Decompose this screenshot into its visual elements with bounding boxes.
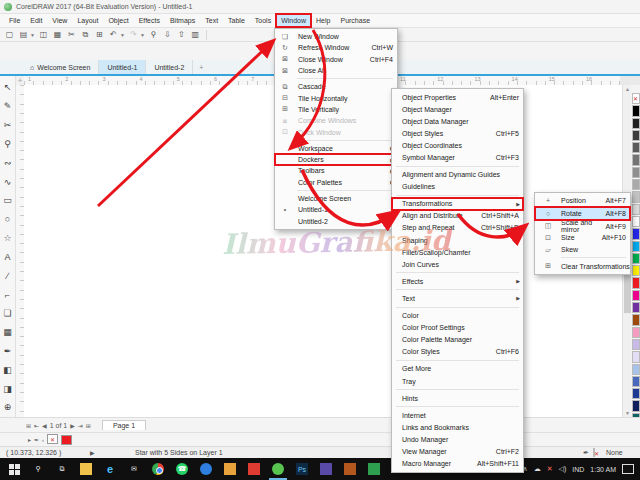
new-document-icon[interactable]: ▢ bbox=[4, 29, 15, 40]
menu-item-close-all[interactable]: ⊠Close All bbox=[275, 65, 397, 76]
menu-item-bitmaps[interactable]: Bitmaps bbox=[165, 14, 200, 27]
shape-tool[interactable]: ✎ bbox=[1, 97, 15, 116]
menu-item-file[interactable]: File bbox=[4, 14, 25, 27]
menu-item-color[interactable]: Color bbox=[392, 310, 523, 322]
search-icon[interactable]: ⚲ bbox=[26, 458, 50, 480]
chrome-icon[interactable] bbox=[146, 458, 170, 480]
color-swatch[interactable] bbox=[632, 118, 640, 129]
open-icon-caret[interactable]: ▼ bbox=[30, 32, 35, 38]
color-swatch[interactable] bbox=[632, 388, 640, 399]
crop-tool[interactable]: ✂ bbox=[1, 116, 15, 135]
undo-icon[interactable]: ↶ bbox=[108, 29, 119, 40]
freehand-tool[interactable]: ∾ bbox=[1, 153, 15, 172]
docpal-expand-icon[interactable]: ▸ bbox=[28, 436, 31, 443]
color-swatch[interactable] bbox=[632, 314, 640, 325]
menu-item-scale-and-mirror[interactable]: ◫Scale and mirrorAlt+F9 bbox=[535, 220, 630, 232]
menu-item-table[interactable]: Table bbox=[223, 14, 250, 27]
import-icon[interactable]: ⇩ bbox=[162, 29, 173, 40]
color-swatch[interactable] bbox=[632, 154, 640, 165]
menu-item-color-styles[interactable]: Color StylesCtrl+F6 bbox=[392, 346, 523, 358]
docpal-no-color-swatch[interactable] bbox=[47, 434, 58, 444]
color-swatch[interactable] bbox=[632, 216, 640, 227]
menu-item-step-and-repeat[interactable]: Step and RepeatCtrl+Shift+D bbox=[392, 222, 523, 234]
menu-item-object-properties[interactable]: Object PropertiesAlt+Enter bbox=[392, 91, 523, 103]
color-swatch[interactable] bbox=[632, 376, 640, 387]
color-swatch[interactable] bbox=[632, 167, 640, 178]
menu-item-guidelines[interactable]: Guidelines bbox=[392, 181, 523, 193]
color-swatch[interactable] bbox=[632, 327, 640, 338]
menu-item-tile-horizontally[interactable]: ⊟Tile Horizontally bbox=[275, 92, 397, 103]
menu-item-object-data-manager[interactable]: Object Data Manager bbox=[392, 115, 523, 127]
docpal-eyedropper-icon[interactable]: ✒ bbox=[34, 436, 39, 443]
publish-pdf-icon[interactable]: ▥ bbox=[190, 29, 201, 40]
menu-item-effects[interactable]: Effects bbox=[134, 14, 165, 27]
docpal-scroll-left-icon[interactable]: ‹ bbox=[42, 437, 44, 443]
cut-icon[interactable]: ✂ bbox=[66, 29, 77, 40]
menu-item-object-coordinates[interactable]: Object Coordinates bbox=[392, 139, 523, 151]
menu-item-fillet-scallop-chamfer[interactable]: Fillet/Scallop/Chamfer bbox=[392, 246, 523, 258]
menu-item-welcome-screen[interactable]: Welcome Screen bbox=[275, 193, 397, 204]
menu-item-transformations[interactable]: Transformations▶ bbox=[392, 198, 523, 210]
menu-item-workspace[interactable]: Workspace▶ bbox=[275, 143, 397, 154]
menu-item-object-manager[interactable]: Object Manager bbox=[392, 103, 523, 115]
pick-tool[interactable]: ↖ bbox=[1, 78, 15, 97]
zoom-tool[interactable]: ⚲ bbox=[1, 134, 15, 153]
add-page-before-icon[interactable]: ⊞ bbox=[26, 422, 31, 429]
polygon-tool[interactable]: ☆ bbox=[1, 229, 15, 248]
menu-item-purchase[interactable]: Purchase bbox=[335, 14, 375, 27]
smart-fill-tool[interactable]: ◨ bbox=[1, 379, 15, 398]
menu-item-color-palettes[interactable]: Color Palettes▶ bbox=[275, 177, 397, 188]
color-swatch[interactable] bbox=[632, 351, 640, 362]
menu-item-object-styles[interactable]: Object StylesCtrl+F5 bbox=[392, 127, 523, 139]
text-tool[interactable]: A bbox=[1, 247, 15, 266]
menu-item-get-more[interactable]: Get More bbox=[392, 363, 523, 375]
color-swatch[interactable] bbox=[632, 364, 640, 375]
menu-item-cascade[interactable]: ⧉Cascade bbox=[275, 81, 397, 92]
menu-item-tray[interactable]: Tray bbox=[392, 375, 523, 387]
color-swatch[interactable] bbox=[632, 204, 640, 215]
open-icon[interactable]: ▤ bbox=[18, 29, 29, 40]
menu-item-untitled-1[interactable]: •Untitled-1 bbox=[275, 204, 397, 215]
menu-item-edit[interactable]: Edit bbox=[25, 14, 47, 27]
menu-item-object[interactable]: Object bbox=[103, 14, 133, 27]
redo-icon-caret[interactable]: ▼ bbox=[140, 32, 145, 38]
menu-item-text[interactable]: Text bbox=[200, 14, 223, 27]
menu-item-tools[interactable]: Tools bbox=[250, 14, 276, 27]
color-swatch[interactable] bbox=[632, 339, 640, 350]
edge-icon[interactable]: e bbox=[98, 458, 122, 480]
undo-icon-caret[interactable]: ▼ bbox=[120, 32, 125, 38]
menu-item-refresh-window[interactable]: ↻Refresh WindowCtrl+W bbox=[275, 42, 397, 53]
menu-item-view-manager[interactable]: View ManagerCtrl+F2 bbox=[392, 445, 523, 457]
notification-center-icon[interactable] bbox=[622, 464, 634, 474]
color-swatch[interactable] bbox=[632, 228, 640, 239]
menu-item-clear-transformations[interactable]: ⊞Clear Transformations bbox=[535, 260, 630, 272]
menu-item-shaping[interactable]: Shaping bbox=[392, 234, 523, 246]
menu-item-align-and-distribute[interactable]: Align and DistributeCtrl+Shift+A bbox=[392, 210, 523, 222]
color-swatch[interactable] bbox=[632, 191, 640, 202]
coreldraw-app-icon[interactable] bbox=[266, 458, 290, 480]
color-swatch[interactable] bbox=[632, 277, 640, 288]
previous-page-icon[interactable]: ◀ bbox=[42, 422, 47, 429]
menu-item-hints[interactable]: Hints bbox=[392, 392, 523, 404]
menu-item-internet[interactable]: Internet bbox=[392, 409, 523, 421]
menu-item-window[interactable]: Window bbox=[276, 14, 311, 27]
app-orange-icon[interactable] bbox=[338, 458, 362, 480]
alert-tray-icon[interactable]: ✕ bbox=[547, 465, 553, 473]
app-red-icon[interactable] bbox=[242, 458, 266, 480]
color-swatch[interactable] bbox=[632, 265, 640, 276]
last-page-icon[interactable]: ⇥ bbox=[78, 422, 83, 429]
dimension-tool[interactable]: ∕ bbox=[1, 266, 15, 285]
mail-icon[interactable]: ✉ bbox=[122, 458, 146, 480]
menu-item-links-and-bookmarks[interactable]: Links and Bookmarks bbox=[392, 421, 523, 433]
document-tab-untitled-1[interactable]: Untitled-1 bbox=[99, 60, 146, 74]
color-swatch[interactable] bbox=[632, 179, 640, 190]
rectangle-tool[interactable]: ▭ bbox=[1, 191, 15, 210]
menu-item-rotate[interactable]: ○RotateAlt+F8 bbox=[535, 207, 630, 221]
paste-icon[interactable]: ⊞ bbox=[94, 29, 105, 40]
next-page-icon[interactable]: ▶ bbox=[70, 422, 75, 429]
app-yellow-icon[interactable] bbox=[218, 458, 242, 480]
menu-item-position[interactable]: +PositionAlt+F7 bbox=[535, 195, 630, 207]
photoshop-icon[interactable]: Ps bbox=[290, 458, 314, 480]
artistic-media-tool[interactable]: ∿ bbox=[1, 172, 15, 191]
menu-item-skew[interactable]: ▱Skew bbox=[535, 244, 630, 256]
